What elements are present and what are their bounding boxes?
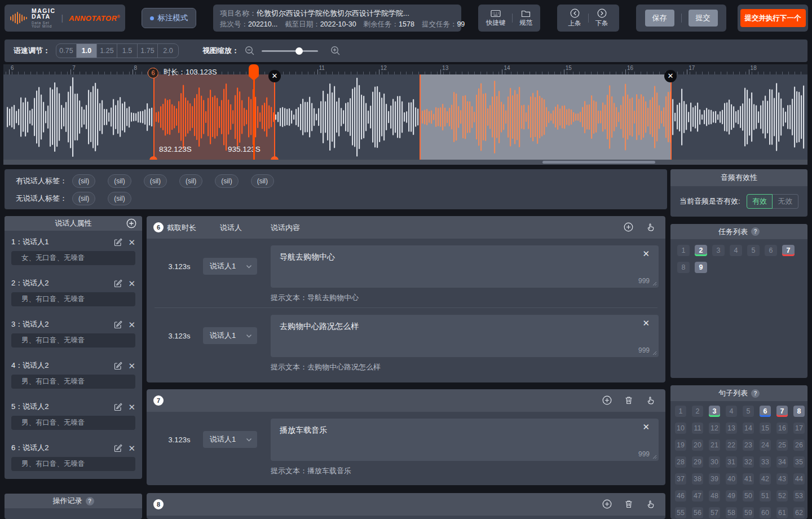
grid-item-56[interactable]: 56 (692, 507, 703, 518)
grid-item-25[interactable]: 25 (776, 439, 788, 451)
grid-item-4[interactable]: 4 (730, 245, 742, 256)
grid-item-44[interactable]: 44 (793, 473, 805, 485)
grid-item-53[interactable]: 53 (793, 490, 805, 502)
grid-item-16[interactable]: 16 (776, 423, 788, 434)
grid-item-33[interactable]: 33 (760, 456, 771, 468)
waveform[interactable] (3, 74, 807, 160)
grid-item-37[interactable]: 37 (675, 473, 686, 485)
grid-item-46[interactable]: 46 (675, 490, 686, 502)
grid-item-39[interactable]: 39 (709, 473, 720, 485)
grid-item-6[interactable]: 6 (760, 406, 771, 417)
speaker-attributes[interactable]: 男、有口音、无噪音 (11, 416, 135, 430)
sil-tag-pill[interactable]: (sil) (251, 174, 274, 188)
add-speaker-button[interactable] (126, 218, 136, 228)
edit-speaker-icon[interactable] (113, 443, 122, 452)
speaker-attributes[interactable]: 男、有口音、无噪音 (11, 292, 135, 306)
clear-content-icon[interactable]: ✕ (642, 318, 650, 328)
grid-item-12[interactable]: 12 (709, 423, 720, 434)
grid-item-28[interactable]: 28 (675, 456, 686, 468)
zoom-slider-thumb[interactable] (295, 47, 303, 55)
zoom-in-button[interactable] (330, 46, 341, 56)
grid-item-5[interactable]: 5 (747, 245, 760, 256)
remove-speaker-icon[interactable]: ✕ (128, 320, 135, 329)
speed-option-1.5[interactable]: 1.5 (117, 44, 138, 58)
drag-section-button[interactable] (646, 222, 655, 232)
speed-option-0.75[interactable]: 0.75 (56, 44, 77, 58)
grid-item-50[interactable]: 50 (743, 490, 754, 502)
grid-item-2[interactable]: 2 (692, 406, 703, 417)
help-icon[interactable]: ? (751, 227, 760, 236)
grid-item-57[interactable]: 57 (709, 507, 720, 518)
grid-item-22[interactable]: 22 (726, 439, 737, 451)
selection-left-edge[interactable] (153, 68, 155, 161)
remove-speaker-icon[interactable]: ✕ (128, 238, 135, 247)
next-item-button[interactable]: 下条 (595, 8, 608, 28)
selection-right-edge[interactable] (274, 76, 275, 161)
prev-item-button[interactable]: 上条 (568, 8, 581, 28)
grid-item-59[interactable]: 59 (743, 507, 754, 518)
save-button[interactable]: 保存 (645, 10, 674, 27)
help-icon[interactable]: ? (86, 497, 94, 505)
sil-tag-pill[interactable]: (sil) (72, 174, 95, 188)
zoom-slider[interactable] (262, 50, 318, 52)
secondary-selection-left-edge[interactable] (420, 74, 421, 160)
waveform-scrollbar-thumb[interactable] (542, 161, 655, 164)
grid-item-55[interactable]: 55 (675, 507, 686, 518)
textarea-resize-handle[interactable] (652, 351, 657, 355)
delete-section-button[interactable] (624, 499, 633, 509)
grid-item-52[interactable]: 52 (776, 490, 788, 502)
textarea-resize-handle[interactable] (652, 455, 657, 459)
playhead-line[interactable] (253, 76, 255, 160)
grid-item-60[interactable]: 60 (760, 507, 771, 518)
zoom-out-button[interactable] (245, 46, 255, 56)
grid-item-19[interactable]: 19 (675, 439, 686, 451)
grid-item-14[interactable]: 14 (743, 423, 754, 434)
grid-item-29[interactable]: 29 (692, 456, 703, 468)
grid-item-9[interactable]: 9 (695, 262, 707, 273)
edit-speaker-icon[interactable] (113, 320, 122, 329)
waveform-panel[interactable]: 6781112131415161718 832.123S 935.123S 6 … (3, 64, 807, 165)
grid-item-3[interactable]: 3 (709, 406, 720, 417)
help-icon[interactable]: ? (751, 389, 760, 398)
grid-item-3[interactable]: 3 (712, 245, 725, 256)
grid-item-7[interactable]: 7 (782, 245, 795, 256)
grid-item-17[interactable]: 17 (793, 423, 805, 434)
grid-item-51[interactable]: 51 (760, 490, 771, 502)
grid-item-43[interactable]: 43 (776, 473, 788, 485)
secondary-selection-right-edge[interactable] (670, 74, 672, 160)
sil-tag-pill[interactable]: (sil) (108, 192, 131, 205)
submit-and-next-button[interactable]: 提交并执行下一个 (740, 9, 806, 27)
grid-item-49[interactable]: 49 (726, 490, 737, 502)
remove-speaker-icon[interactable]: ✕ (128, 279, 135, 288)
close-selection-icon[interactable]: ✕ (268, 70, 281, 82)
grid-item-8[interactable]: 8 (677, 262, 690, 273)
grid-item-11[interactable]: 11 (692, 423, 703, 434)
annotation-mode-button[interactable]: 标注模式 (142, 8, 196, 28)
grid-item-10[interactable]: 10 (675, 423, 686, 434)
speaker-select[interactable]: 说话人1 (203, 431, 257, 448)
grid-item-47[interactable]: 47 (692, 490, 703, 502)
valid-option[interactable]: 有效 (747, 194, 773, 209)
grid-item-38[interactable]: 38 (692, 473, 703, 485)
speaker-attributes[interactable]: 男、有口音、无噪音 (11, 457, 135, 471)
speaker-select[interactable]: 说话人1 (203, 258, 257, 275)
grid-item-61[interactable]: 61 (776, 507, 788, 518)
textarea-resize-handle[interactable] (652, 282, 657, 286)
grid-item-31[interactable]: 31 (726, 456, 737, 468)
grid-item-58[interactable]: 58 (726, 507, 737, 518)
waveform-scrollbar[interactable] (3, 160, 807, 165)
speaker-attributes[interactable]: 男、有口音、无噪音 (11, 333, 135, 348)
clear-content-icon[interactable]: ✕ (642, 422, 650, 432)
playhead-handle[interactable] (249, 64, 259, 77)
grid-item-7[interactable]: 7 (776, 406, 788, 417)
grid-item-4[interactable]: 4 (726, 406, 737, 417)
grid-item-20[interactable]: 20 (692, 439, 703, 451)
grid-item-1[interactable]: 1 (677, 245, 690, 256)
grid-item-30[interactable]: 30 (709, 456, 720, 468)
grid-item-42[interactable]: 42 (760, 473, 771, 485)
content-textarea[interactable]: 播放车载音乐 ✕ 999 (271, 419, 659, 461)
grid-item-32[interactable]: 32 (743, 456, 754, 468)
clear-content-icon[interactable]: ✕ (642, 249, 650, 259)
grid-item-40[interactable]: 40 (726, 473, 737, 485)
drag-section-button[interactable] (646, 395, 655, 405)
